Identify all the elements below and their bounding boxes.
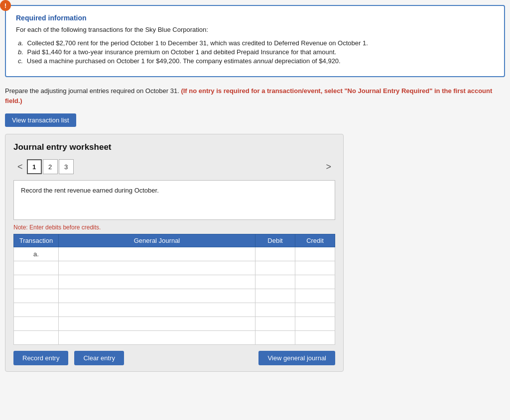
row-3-credit-input[interactable]: [298, 278, 332, 286]
tab-prev-button[interactable]: <: [13, 160, 27, 174]
row-1-credit-input[interactable]: [298, 250, 332, 258]
row-4-debit-input[interactable]: [258, 292, 292, 300]
view-transaction-button[interactable]: View transaction list: [5, 113, 76, 127]
col-header-general-journal: General Journal: [59, 234, 255, 247]
info-list: a. Collected $2,700 rent for the period …: [16, 39, 494, 65]
clear-entry-button[interactable]: Clear entry: [74, 351, 124, 365]
item-letter-a: a.: [18, 39, 23, 47]
tab-next-button[interactable]: >: [322, 160, 335, 174]
row-7-debit-input[interactable]: [258, 334, 292, 341]
item-text-c-after: depreciation of $4,920.: [273, 57, 341, 65]
row-3-general-journal[interactable]: [59, 275, 255, 289]
row-3-debit[interactable]: [255, 275, 295, 289]
info-box: ! Required information For each of the f…: [5, 5, 505, 77]
row-5-general-journal-input[interactable]: [62, 306, 252, 314]
row-7-transaction: [14, 331, 59, 345]
row-1-credit[interactable]: [295, 247, 335, 261]
table-row: a.: [14, 247, 335, 261]
tab-3[interactable]: 3: [59, 159, 74, 174]
table-row: [14, 289, 335, 303]
list-item: b. Paid $1,440 for a two-year insurance …: [16, 48, 494, 56]
description-box: Record the rent revenue earned during Oc…: [13, 180, 335, 220]
row-6-credit-input[interactable]: [298, 320, 332, 327]
row-5-transaction: [14, 303, 59, 317]
row-3-debit-input[interactable]: [258, 278, 292, 286]
row-1-debit-input[interactable]: [258, 250, 292, 258]
row-4-credit[interactable]: [295, 289, 335, 303]
row-5-general-journal[interactable]: [59, 303, 255, 317]
table-row: [14, 261, 335, 275]
item-letter-b: b.: [18, 48, 23, 56]
description-text: Record the rent revenue earned during Oc…: [21, 187, 159, 194]
worksheet-title: Journal entry worksheet: [13, 142, 335, 152]
item-text-a: Collected $2,700 rent for the period Oct…: [27, 39, 368, 47]
row-2-general-journal-input[interactable]: [62, 264, 252, 272]
row-2-credit-input[interactable]: [298, 264, 332, 272]
row-4-transaction: [14, 289, 59, 303]
row-2-debit-input[interactable]: [258, 264, 292, 272]
row-7-general-journal-input[interactable]: [62, 334, 252, 341]
row-2-transaction: [14, 261, 59, 275]
tab-navigation: < 1 2 3 >: [13, 159, 335, 174]
row-6-debit-input[interactable]: [258, 320, 292, 327]
row-1-general-journal-input[interactable]: [62, 250, 252, 258]
tab-1[interactable]: 1: [27, 159, 42, 174]
row-5-debit-input[interactable]: [258, 306, 292, 314]
row-2-general-journal[interactable]: [59, 261, 255, 275]
table-row: [14, 275, 335, 289]
row-4-credit-input[interactable]: [298, 292, 332, 300]
row-3-general-journal-input[interactable]: [62, 278, 252, 286]
row-4-debit[interactable]: [255, 289, 295, 303]
row-6-debit[interactable]: [255, 317, 295, 331]
row-6-general-journal-input[interactable]: [62, 320, 252, 327]
table-row: [14, 303, 335, 317]
col-header-credit: Credit: [295, 234, 335, 247]
note-text: Note: Enter debits before credits.: [13, 224, 335, 231]
row-7-credit[interactable]: [295, 331, 335, 345]
row-7-credit-input[interactable]: [298, 334, 332, 341]
list-item: c. Used a machine purchased on October 1…: [16, 57, 494, 65]
row-6-general-journal[interactable]: [59, 317, 255, 331]
annual-italic: annual: [254, 57, 273, 65]
row-4-general-journal-input[interactable]: [62, 292, 252, 300]
col-header-debit: Debit: [255, 234, 295, 247]
col-header-transaction: Transaction: [14, 234, 59, 247]
exclamation-icon: !: [0, 0, 11, 11]
list-item: a. Collected $2,700 rent for the period …: [16, 39, 494, 47]
row-5-debit[interactable]: [255, 303, 295, 317]
row-3-transaction: [14, 275, 59, 289]
bottom-buttons: Record entry Clear entry View general jo…: [13, 351, 335, 365]
row-6-credit[interactable]: [295, 317, 335, 331]
row-4-general-journal[interactable]: [59, 289, 255, 303]
item-text-c-before: Used a machine purchased on October 1 fo…: [27, 57, 254, 65]
item-letter-c: c.: [18, 57, 23, 65]
row-1-debit[interactable]: [255, 247, 295, 261]
row-5-credit[interactable]: [295, 303, 335, 317]
row-1-transaction: a.: [14, 247, 59, 261]
row-5-credit-input[interactable]: [298, 306, 332, 314]
row-7-general-journal[interactable]: [59, 331, 255, 345]
tab-2[interactable]: 2: [43, 159, 58, 174]
row-2-credit[interactable]: [295, 261, 335, 275]
journal-table: Transaction General Journal Debit Credit…: [13, 234, 335, 345]
table-row: [14, 331, 335, 345]
row-1-general-journal[interactable]: [59, 247, 255, 261]
instructions-main: Prepare the adjusting journal entries re…: [5, 87, 179, 95]
table-row: [14, 317, 335, 331]
instructions: Prepare the adjusting journal entries re…: [5, 86, 505, 105]
row-2-debit[interactable]: [255, 261, 295, 275]
info-title: Required information: [16, 14, 494, 22]
info-intro: For each of the following transactions f…: [16, 26, 494, 33]
row-7-debit[interactable]: [255, 331, 295, 345]
record-entry-button[interactable]: Record entry: [13, 351, 68, 365]
row-3-credit[interactable]: [295, 275, 335, 289]
view-general-journal-button[interactable]: View general journal: [258, 351, 335, 365]
item-text-b: Paid $1,440 for a two-year insurance pre…: [27, 48, 336, 56]
worksheet-container: Journal entry worksheet < 1 2 3 > Record…: [5, 134, 344, 372]
row-6-transaction: [14, 317, 59, 331]
